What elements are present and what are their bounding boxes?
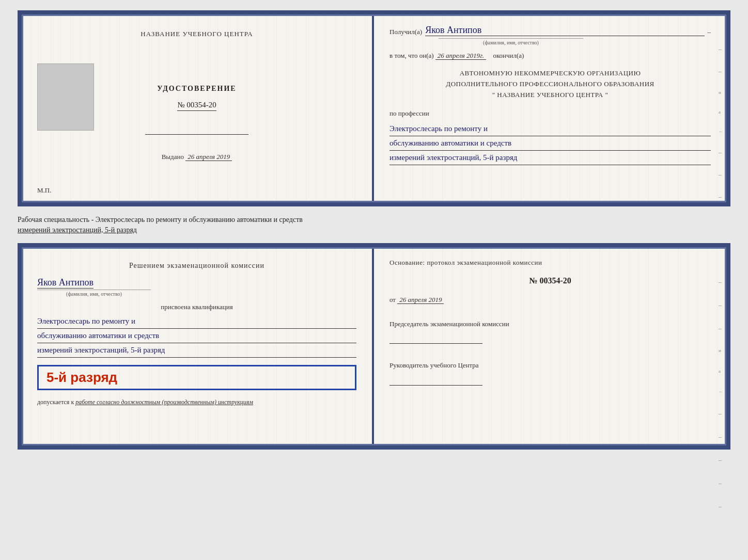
right-page: Получил(а) Яков Антипов – (фамилия, имя,…	[374, 14, 726, 202]
bottom-document: Решением экзаменационной комиссии Яков А…	[18, 243, 730, 450]
qual-line3: измерений электростанций, 5-й разряд	[37, 343, 356, 358]
protocol-number: № 00354-20	[389, 276, 711, 285]
org-line2: ДОПОЛНИТЕЛЬНОГО ПРОФЕССИОНАЛЬНОГО ОБРАЗО…	[389, 79, 711, 90]
center-title: НАЗВАНИЕ УЧЕБНОГО ЦЕНТРА	[141, 30, 253, 38]
sep-line1: Рабочая специальность - Электрослесарь п…	[18, 216, 303, 223]
right-side-decoration: – – – и а ← – – – – –	[719, 278, 723, 510]
issued-label: Выдано	[162, 153, 184, 161]
bottom-left-page: Решением экзаменационной комиссии Яков А…	[22, 247, 374, 445]
recipient-name: Яков Антипов	[425, 25, 704, 36]
photo-placeholder	[37, 63, 94, 131]
profession-line1: Электрослесарь по ремонту и	[389, 122, 711, 136]
org-block: АВТОНОМНУЮ НЕКОММЕРЧЕСКУЮ ОРГАНИЗАЦИЮ ДО…	[389, 68, 711, 100]
rank-badge: 5-й разряд	[37, 365, 356, 390]
dash: –	[708, 28, 711, 36]
received-label: Получил(а)	[389, 28, 422, 36]
cert-title: УДОСТОВЕРЕНИЕ	[157, 85, 236, 93]
cert-number: № 00354-20	[177, 101, 216, 111]
from-date-value: 26 апреля 2019	[397, 296, 444, 304]
side-decoration: – – и а ← – – –	[719, 45, 723, 201]
chairman-sig-line	[389, 333, 482, 344]
assigned-label: присвоена квалификация	[37, 303, 356, 311]
mp-label: М.П.	[37, 186, 51, 195]
chairman-block: Председатель экзаменационной комиссии	[389, 319, 711, 348]
org-line1: АВТОНОМНУЮ НЕКОММЕРЧЕСКУЮ ОРГАНИЗАЦИЮ	[389, 68, 711, 79]
profession-line2: обслуживанию автоматики и средств	[389, 136, 711, 151]
org-line3: " НАЗВАНИЕ УЧЕБНОГО ЦЕНТРА "	[389, 90, 711, 101]
cert-date-row: Выдано 26 апреля 2019	[162, 153, 232, 161]
admitted-row: допускается к работе согласно должностны…	[37, 397, 356, 407]
person-name-handwritten: Яков Антипов	[37, 277, 93, 289]
date-label: в том, что он(а)	[389, 52, 434, 59]
profession-text: Электрослесарь по ремонту и обслуживанию…	[389, 122, 711, 165]
qual-line2: обслуживанию автоматики и средств	[37, 329, 356, 343]
qual-text: Электрослесарь по ремонту и обслуживанию…	[37, 314, 356, 358]
chairman-label: Председатель экзаменационной комиссии	[389, 319, 711, 330]
document-container: НАЗВАНИЕ УЧЕБНОГО ЦЕНТРА УДОСТОВЕРЕНИЕ №…	[18, 10, 730, 450]
person-name-block: Яков Антипов (фамилия, имя, отчество)	[37, 277, 356, 297]
admitted-label: допускается к	[37, 398, 74, 406]
admitted-text: работе согласно должностным (производств…	[75, 398, 253, 406]
top-document: НАЗВАНИЕ УЧЕБНОГО ЦЕНТРА УДОСТОВЕРЕНИЕ №…	[18, 10, 730, 206]
issued-date: 26 апреля 2019	[185, 153, 232, 161]
sep-line2: измерений электростанций, 5-й разряд	[18, 226, 137, 234]
commission-title: Решением экзаменационной комиссии	[37, 260, 356, 271]
qual-line1: Электрослесарь по ремонту и	[37, 314, 356, 329]
profession-line3: измерений электростанций, 5-й разряд	[389, 151, 711, 165]
date-line: в том, что он(а) 26 апреля 2019г. окончи…	[389, 52, 711, 60]
from-date-label: от	[389, 296, 396, 303]
osnov-label: Основание: протокол экзаменационной коми…	[389, 258, 711, 268]
profession-label: по профессии	[389, 109, 711, 118]
head-sig-line	[389, 375, 482, 386]
recipient-block: Получил(а) Яков Антипов – (фамилия, имя,…	[389, 25, 711, 45]
recipient-row: Получил(а) Яков Антипов –	[389, 25, 711, 36]
finished-label: окончил(а)	[493, 52, 524, 59]
fio-caption-bottom: (фамилия, имя, отчество)	[37, 290, 151, 297]
fio-caption-top: (фамилия, имя, отчество)	[439, 38, 583, 45]
head-label: Руководитель учебного Центра	[389, 360, 711, 371]
separator-text: Рабочая специальность - Электрослесарь п…	[18, 211, 730, 239]
bottom-right-page: Основание: протокол экзаменационной коми…	[374, 247, 726, 445]
head-block: Руководитель учебного Центра	[389, 360, 711, 389]
left-page: НАЗВАНИЕ УЧЕБНОГО ЦЕНТРА УДОСТОВЕРЕНИЕ №…	[22, 14, 374, 202]
date-value-top: 26 апреля 2019г.	[435, 52, 486, 60]
from-date: от 26 апреля 2019	[389, 296, 711, 304]
